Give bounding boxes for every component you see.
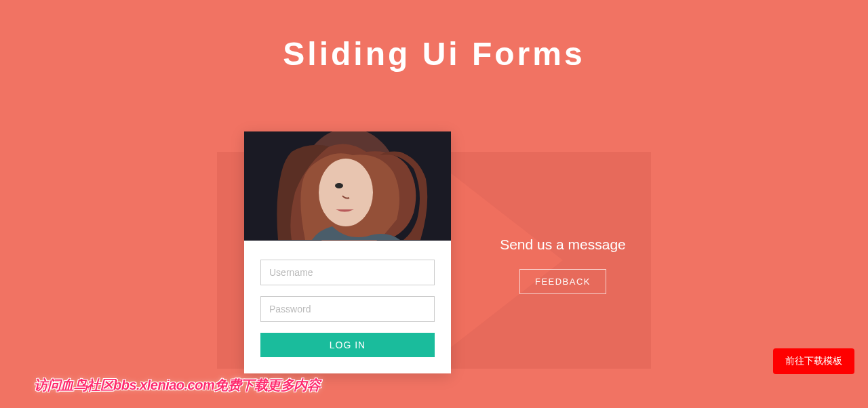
page-title: Sliding Ui Forms xyxy=(0,0,868,73)
message-title: Send us a message xyxy=(475,237,651,253)
password-input[interactable] xyxy=(260,296,435,322)
message-section: Send us a message FEEDBACK xyxy=(475,237,651,294)
feedback-button[interactable]: FEEDBACK xyxy=(519,269,606,294)
username-input[interactable] xyxy=(260,260,435,285)
download-template-button[interactable]: 前往下载模板 xyxy=(773,348,854,374)
main-panel: LOG IN Send us a message FEEDBACK xyxy=(217,152,651,369)
login-button[interactable]: LOG IN xyxy=(260,333,435,357)
login-card: LOG IN xyxy=(244,131,451,373)
svg-point-2 xyxy=(319,159,373,226)
svg-point-3 xyxy=(335,183,343,188)
watermark-text: 访问血鸟社区bbs.xleniao.com免费下载更多内容 xyxy=(34,376,320,394)
login-form: LOG IN xyxy=(244,241,451,373)
card-hero-image xyxy=(244,131,451,241)
